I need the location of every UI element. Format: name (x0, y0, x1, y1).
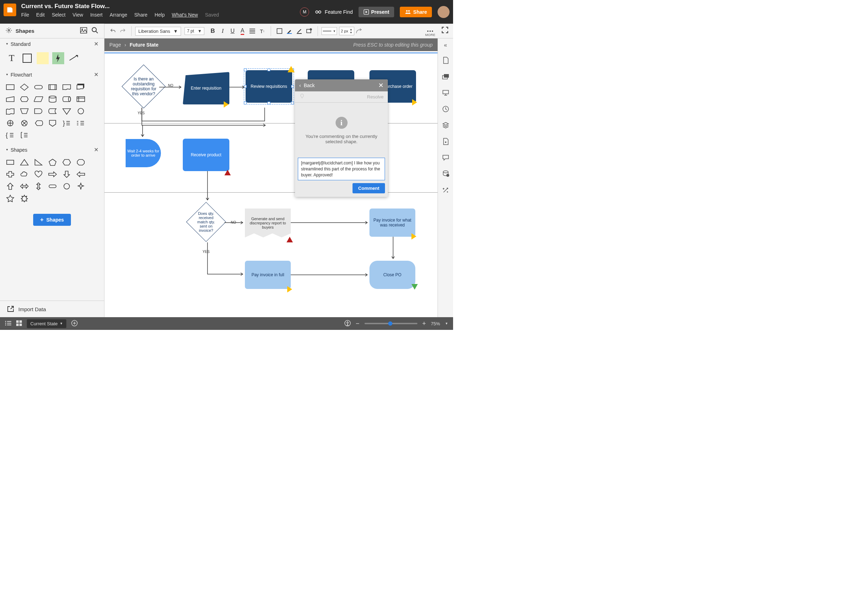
collaborator-avatar[interactable]: M (300, 7, 309, 16)
menu-insert[interactable]: Insert (90, 12, 103, 18)
zoom-in-button[interactable]: + (422, 320, 426, 327)
preparation-shape[interactable] (18, 94, 31, 105)
zoom-out-button[interactable]: − (356, 320, 360, 327)
slides-icon[interactable] (441, 72, 450, 81)
zoom-value[interactable]: 75% (431, 321, 440, 326)
predefined-shape[interactable] (46, 82, 59, 93)
font-select[interactable]: Liberation Sans▼ (135, 27, 181, 36)
delay-shape[interactable] (32, 106, 45, 117)
text-tool[interactable]: T (6, 52, 18, 64)
underline-button[interactable]: U (228, 26, 237, 36)
add-page-button[interactable] (71, 320, 77, 327)
note-tool[interactable] (37, 52, 49, 64)
discrepancy-report[interactable]: Generate and send discrepancy report to … (245, 208, 291, 237)
close-icon[interactable]: ✕ (94, 71, 98, 78)
group-standard[interactable]: ▼Standard✕ (0, 39, 104, 49)
collapse-icon[interactable]: « (444, 42, 447, 48)
breadcrumb-current[interactable]: Future State (130, 42, 158, 48)
triangle-shape[interactable] (18, 157, 31, 168)
comments-icon[interactable] (441, 153, 450, 162)
share-button[interactable]: Share (400, 7, 432, 17)
internal-storage-shape[interactable] (74, 94, 88, 105)
align-button[interactable] (247, 26, 257, 36)
line-arrow-button[interactable] (354, 26, 364, 36)
pentagon-shape[interactable] (46, 157, 59, 168)
undo-button[interactable] (108, 26, 118, 36)
data-shape[interactable] (32, 94, 45, 105)
menu-whatsnew[interactable]: What's New (172, 12, 198, 18)
heart-shape[interactable] (32, 169, 45, 180)
menu-file[interactable]: File (21, 12, 29, 18)
manual-op-shape[interactable] (18, 106, 31, 117)
fill-button[interactable] (274, 26, 284, 36)
italic-button[interactable]: I (218, 26, 228, 36)
display-shape[interactable] (32, 118, 45, 129)
menu-select[interactable]: Select (52, 12, 66, 18)
sum-shape[interactable] (18, 118, 31, 129)
menu-arrange[interactable]: Arrange (110, 12, 127, 18)
zoom-slider[interactable] (365, 323, 417, 324)
connector-shape[interactable] (74, 106, 88, 117)
group-flowchart[interactable]: ▼Flowchart✕ (0, 69, 104, 80)
offpage-shape[interactable] (46, 118, 59, 129)
or-shape[interactable] (3, 118, 17, 129)
line-tool[interactable] (68, 52, 80, 64)
cross-shape[interactable] (3, 169, 17, 180)
decision-shape[interactable] (18, 82, 31, 93)
menu-view[interactable]: View (73, 12, 83, 18)
close-icon[interactable]: ✕ (94, 146, 98, 153)
enter-requisition[interactable]: Enter requisition (183, 72, 229, 104)
magic-icon[interactable] (441, 186, 450, 194)
document-title[interactable]: Current vs. Future State Flow... (21, 3, 300, 10)
feature-find[interactable]: Feature Find (315, 9, 353, 15)
back-chevron-icon[interactable]: ‹ (299, 83, 301, 88)
close-po[interactable]: Close PO (369, 261, 415, 289)
block-tool[interactable] (21, 52, 33, 64)
document-shape[interactable] (60, 82, 73, 93)
arrow-down-shape[interactable] (60, 169, 73, 180)
shape-options-button[interactable] (304, 26, 314, 36)
bracket-shape[interactable] (18, 129, 31, 141)
accessibility-icon[interactable] (344, 320, 351, 327)
border-color-button[interactable] (284, 26, 294, 36)
pin-icon[interactable] (299, 94, 305, 100)
app-logo[interactable] (3, 3, 16, 16)
star-shape-6[interactable] (18, 193, 31, 204)
history-icon[interactable] (441, 105, 450, 113)
process-shape[interactable] (3, 82, 17, 93)
close-icon[interactable]: ✕ (94, 40, 98, 47)
rounded-rect-shape[interactable] (46, 181, 59, 192)
menu-help[interactable]: Help (155, 12, 165, 18)
stored-data-shape[interactable] (46, 106, 59, 117)
present-button[interactable]: Present (359, 7, 394, 17)
double-arrow-v-shape[interactable] (32, 181, 45, 192)
line-width-select[interactable]: 2 px▲▼ (339, 27, 354, 35)
page-icon[interactable] (441, 56, 450, 65)
star-shape-5[interactable] (3, 193, 17, 204)
redo-button[interactable] (118, 26, 128, 36)
arrow-right-shape[interactable] (46, 169, 59, 180)
receive-product[interactable]: Receive product (183, 138, 229, 171)
directdata-shape[interactable] (60, 94, 73, 105)
back-label[interactable]: Back (304, 83, 315, 88)
right-triangle-shape[interactable] (32, 157, 45, 168)
line-color-button[interactable] (294, 26, 304, 36)
layers-icon[interactable] (441, 121, 450, 129)
review-requisitions[interactable]: Review requisitions (246, 70, 292, 103)
fullscreen-button[interactable] (442, 27, 448, 34)
data-icon[interactable] (441, 170, 450, 178)
note-shape[interactable] (74, 118, 88, 129)
menu-edit[interactable]: Edit (36, 12, 45, 18)
canvas[interactable]: Is there an outstanding requisition for … (104, 51, 438, 317)
pay-full[interactable]: Pay invoice in full (245, 261, 291, 289)
menu-share[interactable]: Share (134, 12, 147, 18)
brace-left-shape[interactable]: } (60, 118, 73, 129)
comment-submit-button[interactable]: Comment (353, 183, 385, 193)
grid-view-icon[interactable] (16, 320, 22, 327)
list-view-icon[interactable] (5, 321, 11, 327)
close-icon[interactable]: ✕ (378, 82, 384, 89)
arrow-up-shape[interactable] (3, 181, 17, 192)
bold-button[interactable]: B (208, 26, 218, 36)
gear-icon[interactable] (6, 27, 12, 34)
group-shapes[interactable]: ▼Shapes✕ (0, 144, 104, 155)
